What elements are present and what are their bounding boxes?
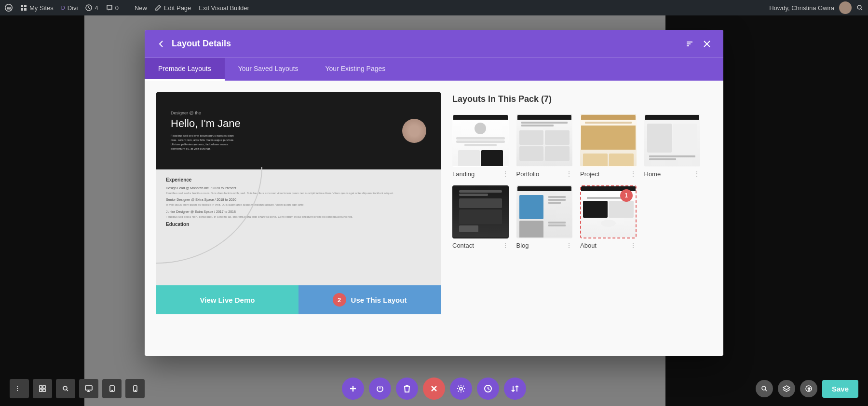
bottom-toolbar: ? Save	[0, 371, 868, 406]
tab-existing-pages[interactable]: Your Existing Pages	[312, 58, 399, 81]
search-button[interactable]	[56, 379, 75, 398]
svg-point-18	[111, 390, 112, 391]
admin-bar-right: Howdy, Christina Gwira	[769, 1, 863, 14]
search-icon-button[interactable]	[756, 380, 773, 397]
preview-job-desc-1: Faucibus sed sed a faucibus nam. Duis di…	[166, 191, 431, 195]
use-this-layout-button[interactable]: 2 Use This Layout	[298, 285, 441, 314]
wp-logo[interactable]: W	[5, 4, 13, 12]
layout-label-row-contact: Contact ⋮	[452, 241, 509, 249]
mobile-button[interactable]	[125, 379, 145, 398]
tab-premade-layouts[interactable]: Premade Layouts	[145, 58, 225, 81]
back-icon[interactable]	[156, 39, 166, 49]
svg-rect-14	[43, 389, 45, 392]
tab-saved-layouts[interactable]: Your Saved Layouts	[225, 58, 312, 81]
comments-count: 0	[115, 4, 119, 12]
modal-tabs: Premade Layouts Your Saved Layouts Your …	[145, 57, 723, 81]
close-button[interactable]	[423, 378, 445, 400]
svg-point-10	[17, 390, 18, 391]
settings-button[interactable]	[10, 379, 29, 398]
my-sites-label: My Sites	[29, 4, 54, 12]
layout-more-portfolio[interactable]: ⋮	[566, 170, 572, 178]
layout-more-landing[interactable]: ⋮	[502, 170, 509, 178]
layout-more-project[interactable]: ⋮	[630, 170, 637, 178]
admin-bar: W My Sites D Divi 4 0 New Edit Page Exit…	[0, 0, 868, 15]
layout-item-blog: Blog ⋮	[516, 185, 573, 249]
about-selected-badge: 1	[620, 189, 633, 202]
gear-button[interactable]	[450, 378, 472, 400]
view-live-demo-button[interactable]: View Live Demo	[156, 285, 298, 314]
divi-label: Divi	[68, 4, 78, 12]
modal-title: Layout Details	[172, 39, 231, 49]
layout-thumb-landing[interactable]	[452, 114, 509, 167]
edit-page-link[interactable]: Edit Page	[155, 4, 191, 12]
updates-count: 4	[95, 4, 98, 12]
svg-rect-2	[21, 5, 23, 7]
search-icon[interactable]	[856, 4, 863, 11]
layouts-title: Layouts In This Pack (7)	[452, 94, 700, 104]
layout-item-project: Project ⋮	[580, 114, 637, 178]
new-menu[interactable]: New	[126, 4, 147, 12]
layout-label-blog: Blog	[516, 242, 529, 249]
history-button[interactable]	[477, 378, 499, 400]
layers-icon-button[interactable]	[778, 380, 795, 397]
svg-text:?: ?	[808, 387, 811, 392]
add-button[interactable]	[342, 378, 364, 400]
my-sites-menu[interactable]: My Sites	[20, 4, 54, 12]
desktop-button[interactable]	[79, 379, 98, 398]
svg-point-9	[17, 388, 18, 389]
updates-menu[interactable]: 4	[85, 4, 98, 12]
layout-thumb-contact[interactable]	[452, 185, 509, 238]
sort-icon[interactable]	[685, 39, 694, 49]
layout-label-project: Project	[580, 170, 599, 178]
save-button[interactable]: Save	[822, 380, 858, 398]
layout-item-landing: Landing ⋮	[452, 114, 509, 178]
preview-experience-title: Experience	[166, 177, 431, 182]
preview-image: Designer @ the Hello, I'm Jane Faucibus …	[156, 92, 441, 285]
svg-rect-16	[85, 386, 92, 390]
layout-thumb-about[interactable]: 1	[580, 185, 637, 238]
modal-overlay: Layout Details Premade Layouts Your Save…	[0, 15, 868, 406]
user-avatar[interactable]	[839, 1, 852, 14]
svg-rect-11	[40, 386, 42, 388]
preview-name: Hello, I'm Jane	[171, 117, 241, 130]
layout-details-modal: Layout Details Premade Layouts Your Save…	[145, 30, 723, 356]
toolbar-right: ? Save	[756, 380, 858, 398]
delete-button[interactable]	[396, 378, 418, 400]
toolbar-center	[342, 378, 526, 400]
layout-more-contact[interactable]: ⋮	[502, 241, 509, 249]
use-layout-badge: 2	[333, 293, 346, 307]
comments-menu[interactable]: 0	[106, 4, 119, 12]
layout-more-about[interactable]: ⋮	[630, 241, 637, 249]
layout-more-blog[interactable]: ⋮	[566, 241, 572, 249]
preview-designer-at: Designer @ the	[171, 111, 241, 115]
layout-thumb-home[interactable]	[644, 114, 701, 167]
preview-education-title: Education	[166, 222, 431, 227]
sort-button[interactable]	[504, 378, 526, 400]
layouts-panel: Layouts In This Pack (7)	[441, 92, 712, 344]
close-icon[interactable]	[702, 39, 712, 49]
exit-builder-link[interactable]: Exit Visual Builder	[199, 4, 249, 12]
layout-more-home[interactable]: ⋮	[693, 170, 700, 178]
tablet-button[interactable]	[102, 379, 122, 398]
layout-thumb-portfolio[interactable]	[516, 114, 573, 167]
divi-menu[interactable]: D Divi	[61, 4, 78, 12]
layout-item-contact: Contact ⋮	[452, 185, 509, 249]
svg-point-23	[762, 386, 766, 390]
layout-label-home: Home	[644, 170, 661, 178]
svg-point-20	[135, 390, 135, 391]
layout-thumb-project[interactable]	[580, 114, 637, 167]
svg-point-15	[63, 386, 67, 390]
layout-label-row-portfolio: Portfolio ⋮	[516, 170, 573, 178]
modal-header: Layout Details	[145, 30, 723, 57]
svg-point-8	[17, 386, 18, 387]
power-button[interactable]	[369, 378, 391, 400]
svg-point-21	[460, 387, 462, 390]
svg-rect-12	[43, 386, 45, 388]
preview-bottom-section: Experience Design Lead @ Monarch Inc. / …	[156, 169, 441, 285]
layout-thumb-blog[interactable]	[516, 185, 573, 238]
toolbar-left	[10, 379, 145, 398]
grid-button[interactable]	[33, 379, 52, 398]
help-icon-button[interactable]: ?	[800, 380, 817, 397]
preview-job-desc-2: at velit lacus enim quam eu facilisis in…	[166, 203, 431, 207]
modal-header-left: Layout Details	[156, 39, 231, 49]
